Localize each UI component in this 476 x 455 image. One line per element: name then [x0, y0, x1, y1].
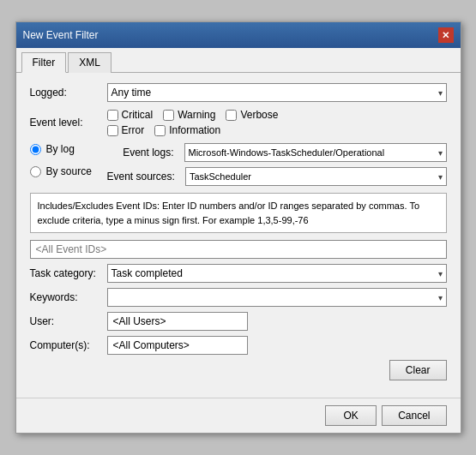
event-logs-arrow-icon: ▾ — [438, 148, 443, 158]
user-label: User: — [30, 315, 107, 327]
task-category-wrapper: Task completed ▾ — [107, 264, 447, 283]
logged-row: Logged: Any time ▾ — [30, 83, 447, 102]
event-level-checkboxes: Critical Warning Verbose Error — [107, 109, 447, 136]
radio-col: By log By source — [30, 143, 107, 177]
radio-by-source[interactable]: By source — [30, 165, 107, 177]
keywords-arrow-icon: ▾ — [438, 293, 443, 302]
checkbox-critical-label: Critical — [122, 109, 154, 121]
log-source-row: By log By source Event logs: Microsoft-W… — [30, 143, 447, 186]
event-sources-row: Event sources: TaskScheduler ▾ — [107, 167, 447, 186]
filter-content: Logged: Any time ▾ Event level: Critical… — [16, 73, 461, 394]
radio-by-log-label: By log — [46, 143, 75, 155]
logged-value: Any time — [111, 87, 152, 99]
event-fields: Event logs: Microsoft-Windows-TaskSchedu… — [107, 143, 447, 186]
title-bar: New Event Filter ✕ — [16, 22, 461, 48]
event-level-row: Event level: Critical Warning Verbose — [30, 109, 447, 136]
checkbox-verbose[interactable]: Verbose — [226, 109, 278, 121]
checkbox-critical[interactable]: Critical — [107, 109, 154, 121]
checkbox-critical-input[interactable] — [107, 110, 118, 121]
checkbox-warning-label: Warning — [178, 109, 215, 121]
event-logs-row: Event logs: Microsoft-Windows-TaskSchedu… — [107, 143, 447, 162]
tab-filter[interactable]: Filter — [21, 52, 67, 73]
dialog: New Event Filter ✕ Filter XML Logged: An… — [15, 21, 461, 434]
computer-label: Computer(s): — [30, 339, 107, 351]
keywords-label: Keywords: — [30, 291, 107, 303]
event-logs-label: Event logs: — [107, 147, 178, 159]
user-row: User: — [30, 312, 447, 331]
checkbox-warning-input[interactable] — [163, 110, 174, 121]
clear-btn-row: Clear — [30, 360, 447, 380]
bottom-bar: OK Cancel — [16, 398, 461, 433]
event-sources-select[interactable]: TaskScheduler ▾ — [185, 167, 447, 186]
keywords-select[interactable]: ▾ — [107, 288, 447, 307]
tab-xml[interactable]: XML — [68, 52, 111, 73]
radio-by-source-input[interactable] — [30, 166, 41, 177]
checkboxes-row-2: Error Information — [107, 124, 447, 136]
event-sources-arrow-icon: ▾ — [438, 172, 443, 182]
dialog-title: New Event Filter — [23, 29, 99, 41]
checkbox-information[interactable]: Information — [154, 124, 220, 136]
checkbox-verbose-input[interactable] — [226, 110, 237, 121]
computer-row: Computer(s): — [30, 336, 447, 355]
checkbox-verbose-label: Verbose — [240, 109, 278, 121]
checkbox-warning[interactable]: Warning — [163, 109, 215, 121]
task-category-row: Task category: Task completed ▾ — [30, 264, 447, 283]
event-sources-label: Event sources: — [107, 171, 178, 183]
checkbox-error-label: Error — [122, 124, 145, 136]
logged-arrow-icon: ▾ — [438, 88, 443, 98]
radio-by-source-label: By source — [46, 165, 92, 177]
keywords-row: Keywords: ▾ — [30, 288, 447, 307]
description-box: Includes/Excludes Event IDs: Enter ID nu… — [30, 193, 447, 233]
description-text: Includes/Excludes Event IDs: Enter ID nu… — [38, 201, 420, 225]
tab-bar: Filter XML — [16, 48, 461, 73]
task-category-arrow-icon: ▾ — [438, 269, 443, 278]
task-category-select[interactable]: Task completed ▾ — [107, 264, 447, 283]
task-category-label: Task category: — [30, 267, 107, 279]
event-logs-value: Microsoft-Windows-TaskScheduler/Operatio… — [189, 147, 385, 158]
logged-label: Logged: — [30, 87, 107, 99]
logged-select[interactable]: Any time ▾ — [107, 83, 447, 102]
cancel-button[interactable]: Cancel — [382, 405, 446, 426]
checkbox-information-label: Information — [169, 124, 220, 136]
checkbox-error-input[interactable] — [107, 125, 118, 136]
radio-by-log-input[interactable] — [30, 144, 41, 155]
event-level-label: Event level: — [30, 117, 107, 129]
keywords-wrapper: ▾ — [107, 288, 447, 307]
event-ids-input[interactable] — [30, 240, 447, 259]
ok-button[interactable]: OK — [325, 405, 377, 426]
clear-button[interactable]: Clear — [389, 360, 447, 380]
close-button[interactable]: ✕ — [438, 27, 454, 43]
computer-wrapper — [107, 336, 447, 355]
user-input[interactable] — [107, 312, 248, 331]
event-logs-select[interactable]: Microsoft-Windows-TaskScheduler/Operatio… — [184, 143, 447, 162]
checkbox-information-input[interactable] — [154, 125, 166, 136]
event-ids-row — [30, 240, 447, 259]
user-wrapper — [107, 312, 447, 331]
checkbox-error[interactable]: Error — [107, 124, 145, 136]
radio-by-log[interactable]: By log — [30, 143, 107, 155]
event-sources-value: TaskScheduler — [190, 171, 251, 182]
task-category-value: Task completed — [111, 267, 183, 279]
computer-input[interactable] — [107, 336, 248, 355]
checkboxes-row-1: Critical Warning Verbose — [107, 109, 447, 121]
